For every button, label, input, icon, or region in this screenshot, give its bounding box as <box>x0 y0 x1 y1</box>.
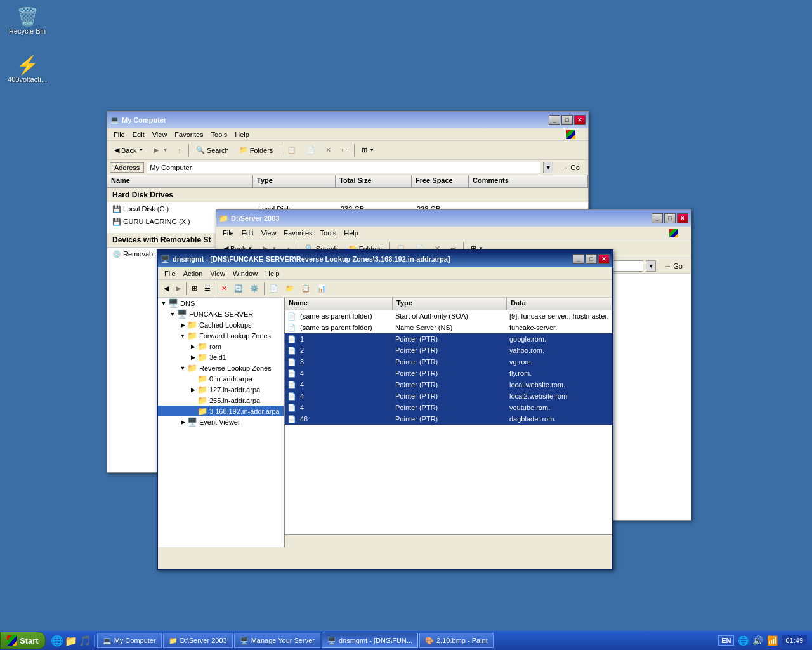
taskbar-my-computer[interactable]: 💻 My Computer <box>97 633 162 648</box>
tree-rom[interactable]: ▶ 📁 rom <box>158 341 284 352</box>
s2003-menu-edit[interactable]: Edit <box>238 228 258 238</box>
dns-tb-delete[interactable]: ✕ <box>218 283 230 294</box>
menu-favorites[interactable]: Favorites <box>171 129 207 140</box>
maximize-btn[interactable]: □ <box>561 115 573 125</box>
dns-row-ptr-46[interactable]: 📄 46 Pointer (PTR) dagbladet.rom. <box>285 413 612 425</box>
s2003-menu-favorites[interactable]: Favorites <box>280 228 316 238</box>
dns-tb-showhide[interactable]: ⊞ <box>188 283 200 294</box>
dns-row-ns[interactable]: 📄 (same as parent folder) Name Server (N… <box>285 322 612 333</box>
menu-view[interactable]: View <box>148 129 171 140</box>
dns-tb-extra1[interactable]: 📋 <box>298 283 313 294</box>
desktop-icon-2[interactable]: ⚡ 400voltacti... <box>4 52 51 86</box>
s2003-minimize-btn[interactable]: _ <box>652 213 663 223</box>
s2003-go-btn[interactable]: → Go <box>658 261 688 271</box>
my-computer-title-bar[interactable]: 💻 My Computer _ □ ✕ <box>107 112 588 128</box>
tree-forward-lookup[interactable]: ▼ 📁 Forward Lookup Zones <box>158 330 284 341</box>
tree-event-viewer[interactable]: ▶ 🖥️ Event Viewer <box>158 416 284 427</box>
delete-btn[interactable]: ✕ <box>321 144 336 156</box>
menu-help[interactable]: Help <box>231 129 253 140</box>
s2003-menu-file[interactable]: File <box>219 228 238 238</box>
server2003-title-bar[interactable]: 📁 D:\Server 2003 _ □ ✕ <box>216 210 691 227</box>
go-btn[interactable]: → Go <box>556 162 586 173</box>
col-free-space[interactable]: Free Space <box>412 175 469 187</box>
tree-3168192-arpa[interactable]: 📁 3.168.192.in-addr.arpa <box>158 406 284 416</box>
close-btn[interactable]: ✕ <box>574 115 586 125</box>
dns-tb-newzone[interactable]: 📁 <box>282 283 298 294</box>
menu-file[interactable]: File <box>110 129 129 140</box>
menu-edit[interactable]: Edit <box>129 129 148 140</box>
media-icon[interactable]: 🎵 <box>79 635 91 647</box>
back-btn[interactable]: ◀ Back ▼ <box>110 144 148 156</box>
s2003-address-dropdown[interactable]: ▼ <box>646 260 656 272</box>
recycle-bin-icon[interactable]: 🗑️ Recycle Bin <box>4 4 51 37</box>
tree-dns[interactable]: ▼ 🖥️ DNS <box>158 298 284 308</box>
tree-cached[interactable]: ▶ 📁 Cached Lookups <box>158 319 284 330</box>
language-badge[interactable]: EN <box>718 635 734 646</box>
dns-row-ptr-4d[interactable]: 📄 4 Pointer (PTR) youtube.rom. <box>285 402 612 413</box>
dnsmgmt-title-bar[interactable]: 🖥️ dnsmgmt - [DNS\FUNCAKE-SERVER\Reverse… <box>158 251 612 267</box>
col-type[interactable]: Type <box>253 175 336 187</box>
address-dropdown[interactable]: ▼ <box>543 162 553 173</box>
up-btn[interactable]: ↑ <box>173 145 186 156</box>
dns-row-ptr-4c[interactable]: 📄 4 Pointer (PTR) local2.website.rom. <box>285 390 612 402</box>
menu-tools[interactable]: Tools <box>207 129 232 140</box>
dns-row-ptr-4a[interactable]: 📄 4 Pointer (PTR) fly.rom. <box>285 368 612 379</box>
fwd-dropdown-icon[interactable]: ▼ <box>162 147 167 153</box>
address-input[interactable] <box>147 162 540 173</box>
ie-icon[interactable]: 🌐 <box>51 635 63 647</box>
tree-0-arpa[interactable]: 📁 0.in-addr.arpa <box>158 373 284 384</box>
dns-menu-view[interactable]: View <box>206 269 229 279</box>
dns-tb-properties[interactable]: ⚙️ <box>247 283 262 294</box>
paste-btn[interactable]: 📄 <box>302 144 320 156</box>
dns-row-ptr-4b[interactable]: 📄 4 Pointer (PTR) local.website.rom. <box>285 379 612 390</box>
taskbar-dnsmgmt[interactable]: 🖥️ dnsmgmt - [DNS\FUN... <box>322 633 418 648</box>
dns-tb-extra2[interactable]: 📊 <box>314 283 329 294</box>
dns-tb-list[interactable]: ☰ <box>201 283 214 294</box>
dns-close-btn[interactable]: ✕ <box>598 254 610 264</box>
dns-row-ptr-2[interactable]: 📄 2 Pointer (PTR) yahoo.rom. <box>285 345 612 356</box>
col-total-size[interactable]: Total Size <box>336 175 412 187</box>
folders-btn[interactable]: 📁 Folders <box>235 144 278 156</box>
dns-menu-action[interactable]: Action <box>180 269 207 279</box>
dns-tb-forward[interactable]: ▶ <box>173 283 184 294</box>
dns-tb-back[interactable]: ◀ <box>160 283 172 294</box>
tree-3eld1[interactable]: ▶ 📁 3eld1 <box>158 352 284 362</box>
taskbar-d-server[interactable]: 📁 D:\Server 2003 <box>163 633 233 648</box>
undo-btn[interactable]: ↩ <box>337 144 351 156</box>
tree-127-arpa[interactable]: ▶ 📁 127.in-addr.arpa <box>158 384 284 395</box>
explorer-icon[interactable]: 📁 <box>65 635 77 647</box>
dns-menu-window[interactable]: Window <box>229 269 261 279</box>
dns-restore-btn[interactable]: □ <box>586 254 597 264</box>
dns-row-ptr-3[interactable]: 📄 3 Pointer (PTR) vg.rom. <box>285 356 612 368</box>
views-btn[interactable]: ⊞▼ <box>357 144 379 156</box>
tree-funcake[interactable]: ▼ 🖥️ FUNCAKE-SERVER <box>158 308 284 319</box>
dns-col-type[interactable]: Type <box>393 298 507 310</box>
search-btn[interactable]: 🔍 Search <box>192 144 233 156</box>
s2003-menu-view[interactable]: View <box>258 228 280 238</box>
forward-btn[interactable]: ▶ ▼ <box>149 144 172 156</box>
col-name[interactable]: Name <box>107 175 253 187</box>
dns-tb-newhost[interactable]: 📄 <box>266 283 282 294</box>
taskbar-manage-server[interactable]: 🖥️ Manage Your Server <box>234 633 320 648</box>
dns-tb-refresh[interactable]: 🔄 <box>231 283 246 294</box>
s2003-menu-tools[interactable]: Tools <box>317 228 341 238</box>
tree-255-arpa[interactable]: 📁 255.in-addr.arpa <box>158 395 284 406</box>
taskbar-paint[interactable]: 🎨 2,10.bmp - Paint <box>419 633 494 648</box>
dns-row-soa[interactable]: 📄 (same as parent folder) Start of Autho… <box>285 310 612 322</box>
dns-col-data[interactable]: Data <box>507 298 612 310</box>
dns-menu-file[interactable]: File <box>160 269 180 279</box>
clock-display[interactable]: 01:49 <box>782 635 807 646</box>
dns-row-ptr-1[interactable]: 📄 1 Pointer (PTR) google.rom. <box>285 333 612 345</box>
minimize-btn[interactable]: _ <box>549 115 560 125</box>
tree-reverse-lookup[interactable]: ▼ 📁 Reverse Lookup Zones <box>158 362 284 373</box>
s2003-maximize-btn[interactable]: □ <box>664 213 676 223</box>
s2003-close-btn[interactable]: ✕ <box>677 213 688 223</box>
dns-minimize-btn[interactable]: _ <box>573 254 584 264</box>
dns-menu-help[interactable]: Help <box>261 269 284 279</box>
start-button[interactable]: Start <box>0 632 46 649</box>
copy-btn[interactable]: 📋 <box>283 144 301 156</box>
dns-col-name[interactable]: Name <box>285 298 393 310</box>
back-dropdown-icon[interactable]: ▼ <box>138 147 143 153</box>
s2003-menu-help[interactable]: Help <box>340 228 362 238</box>
col-comments[interactable]: Comments <box>469 175 588 187</box>
